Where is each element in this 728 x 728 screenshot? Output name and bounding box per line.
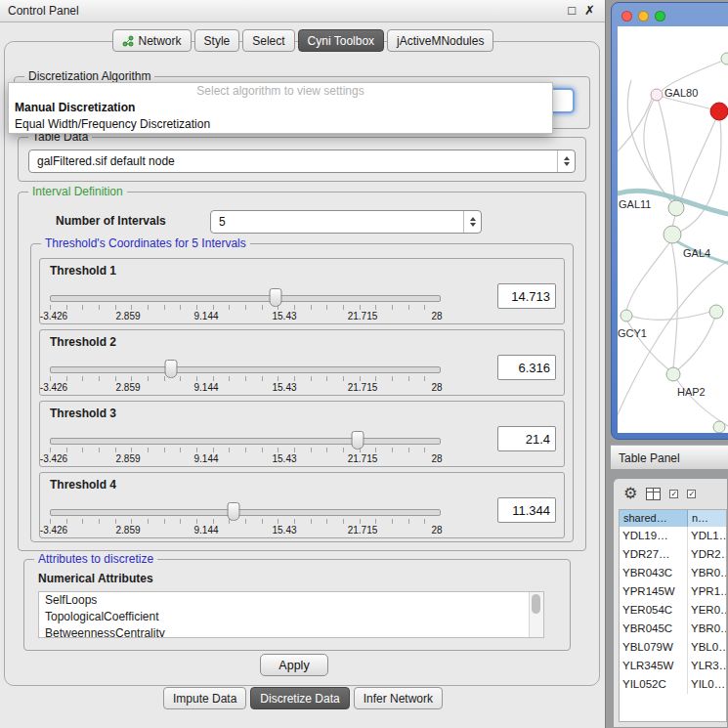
tab-network[interactable]: Network bbox=[112, 29, 192, 52]
table-data-group: Table Data galFiltered.sif default node bbox=[18, 137, 586, 182]
threshold-panel-3: Threshold 3 -3.426 2.859 9.144 15.43 21.… bbox=[39, 401, 565, 467]
table-row[interactable]: YBL079WYBL0… bbox=[620, 638, 726, 657]
zoom-window-icon[interactable] bbox=[655, 11, 665, 21]
list-scrollbar[interactable] bbox=[529, 592, 543, 637]
cell[interactable]: YBL0… bbox=[688, 638, 726, 657]
gear-icon[interactable]: ⚙ bbox=[623, 486, 637, 501]
cell[interactable]: YBR0… bbox=[688, 564, 726, 582]
column-header-shared-name[interactable]: shared… bbox=[620, 510, 688, 527]
threshold-value-field-1[interactable] bbox=[497, 283, 556, 309]
scale-label: 21.715 bbox=[348, 311, 378, 321]
network-node[interactable] bbox=[664, 226, 681, 243]
tab-discretize-data[interactable]: Discretize Data bbox=[250, 687, 349, 709]
network-node[interactable] bbox=[713, 421, 725, 433]
tab-infer-network[interactable]: Infer Network bbox=[354, 687, 443, 709]
cell[interactable]: YDL19… bbox=[620, 527, 688, 545]
scale-label: 9.144 bbox=[193, 382, 218, 393]
table-data-combobox[interactable]: galFiltered.sif default node bbox=[28, 150, 576, 173]
table-row[interactable]: YLR345WYLR3… bbox=[620, 657, 726, 675]
threshold-slider-1[interactable] bbox=[50, 295, 441, 302]
column-header-name[interactable]: n… bbox=[688, 510, 726, 527]
network-edge[interactable] bbox=[618, 261, 728, 419]
list-item[interactable]: BetweennessCentrality bbox=[39, 625, 543, 638]
threshold-value-field-4[interactable] bbox=[497, 497, 556, 523]
checkbox-icon[interactable] bbox=[669, 490, 678, 498]
tab-label: Discretize Data bbox=[260, 692, 339, 706]
dropdown-item-manual-discretization[interactable]: Manual Discretization bbox=[9, 100, 552, 116]
table-row[interactable]: YBR043CYBR0… bbox=[620, 564, 726, 582]
cell[interactable]: YDR2… bbox=[688, 545, 726, 564]
network-icon bbox=[122, 35, 134, 47]
list-item[interactable]: TopologicalCoefficient bbox=[39, 609, 543, 625]
apply-button[interactable]: Apply bbox=[260, 654, 328, 676]
cell[interactable]: YLR345W bbox=[620, 657, 688, 675]
table-row[interactable]: YER054CYER0… bbox=[620, 601, 726, 620]
thresholds-group: Threshold's Coordinates for 5 Intervals … bbox=[30, 243, 574, 542]
network-node[interactable] bbox=[666, 367, 680, 381]
minimize-window-icon[interactable] bbox=[638, 11, 649, 21]
table-row[interactable]: YIL052CYIL0… bbox=[620, 675, 726, 694]
table-row[interactable]: YBR045CYBR0… bbox=[620, 620, 726, 638]
cell[interactable]: YBR045C bbox=[620, 620, 688, 638]
network-node[interactable] bbox=[709, 305, 723, 319]
cell[interactable]: YBR043C bbox=[620, 564, 688, 582]
group-title: Attributes to discretize bbox=[34, 552, 157, 566]
minimize-icon[interactable]: □ bbox=[568, 3, 576, 19]
slider-ticks bbox=[50, 376, 441, 381]
close-icon[interactable]: ✗ bbox=[584, 3, 595, 19]
tab-jactivemodules[interactable]: jActiveMNodules bbox=[387, 29, 493, 52]
window-title: Control Panel bbox=[8, 4, 79, 18]
cell[interactable]: YPR1… bbox=[688, 582, 726, 601]
tab-label: Infer Network bbox=[364, 692, 433, 706]
table-row[interactable]: YDR27…YDR2… bbox=[620, 545, 726, 564]
combobox-stepper-icon[interactable] bbox=[463, 211, 481, 233]
threshold-value-field-2[interactable] bbox=[497, 355, 556, 380]
cell[interactable]: YDR27… bbox=[620, 545, 688, 564]
threshold-slider-3[interactable] bbox=[50, 438, 441, 445]
slider-scale-labels: -3.426 2.859 9.144 15.43 21.715 28 bbox=[50, 311, 441, 322]
list-item[interactable]: SelfLoops bbox=[39, 592, 543, 609]
checkbox-icon[interactable] bbox=[687, 490, 696, 498]
scale-label: 9.144 bbox=[193, 453, 218, 464]
cell[interactable]: YDL1… bbox=[688, 527, 726, 545]
tab-select[interactable]: Select bbox=[242, 29, 294, 52]
network-node-selected[interactable] bbox=[710, 103, 728, 120]
number-of-intervals-combobox[interactable]: 5 bbox=[210, 210, 482, 234]
cell[interactable]: YER0… bbox=[688, 601, 726, 620]
network-edge[interactable] bbox=[671, 241, 677, 368]
columns-icon[interactable] bbox=[646, 488, 661, 500]
interval-definition-group: Interval Definition Number of Intervals … bbox=[18, 192, 586, 551]
network-edge[interactable] bbox=[677, 317, 715, 370]
scrollbar-thumb[interactable] bbox=[532, 594, 540, 614]
threshold-value-field-3[interactable] bbox=[497, 426, 556, 451]
tab-cyni-toolbox[interactable]: Cyni Toolbox bbox=[298, 29, 384, 52]
tab-impute-data[interactable]: Impute Data bbox=[163, 687, 246, 709]
cell[interactable]: YLR3… bbox=[688, 657, 726, 675]
threshold-slider-2[interactable] bbox=[50, 366, 441, 373]
network-node[interactable] bbox=[721, 53, 728, 64]
dropdown-item-equal-width-frequency[interactable]: Equal Width/Frequency Discretization bbox=[9, 116, 552, 133]
slider-ticks bbox=[50, 448, 441, 452]
cell[interactable]: YPR145W bbox=[620, 582, 688, 601]
network-canvas[interactable]: GAL80 GAL11 GAL4 GCY1 HAP2 bbox=[618, 26, 728, 433]
threshold-slider-4[interactable] bbox=[50, 509, 441, 516]
cell[interactable]: YBL079W bbox=[620, 638, 688, 657]
network-edge[interactable] bbox=[678, 111, 721, 233]
network-edge[interactable] bbox=[626, 240, 671, 311]
tab-style[interactable]: Style bbox=[194, 29, 240, 52]
slider-scale-labels: -3.426 2.859 9.144 15.43 21.715 28 bbox=[50, 382, 441, 394]
network-node[interactable] bbox=[668, 200, 684, 216]
network-node[interactable] bbox=[621, 310, 632, 321]
table-row[interactable]: YPR145WYPR1… bbox=[620, 582, 726, 601]
table-row[interactable]: YDL19…YDL1… bbox=[620, 527, 726, 545]
cell[interactable]: YIL052C bbox=[620, 675, 688, 694]
cell[interactable]: YBR0… bbox=[688, 620, 726, 638]
table-toolbar: ⚙ bbox=[614, 479, 727, 508]
cell[interactable]: YIL0… bbox=[688, 675, 726, 694]
cell[interactable]: YER054C bbox=[620, 601, 688, 620]
number-of-intervals-label: Number of Intervals bbox=[56, 214, 166, 228]
numerical-attributes-list[interactable]: SelfLoops TopologicalCoefficient Between… bbox=[38, 591, 544, 638]
combobox-stepper-icon[interactable] bbox=[557, 150, 575, 172]
close-window-icon[interactable] bbox=[621, 11, 632, 21]
network-node[interactable] bbox=[651, 89, 663, 101]
